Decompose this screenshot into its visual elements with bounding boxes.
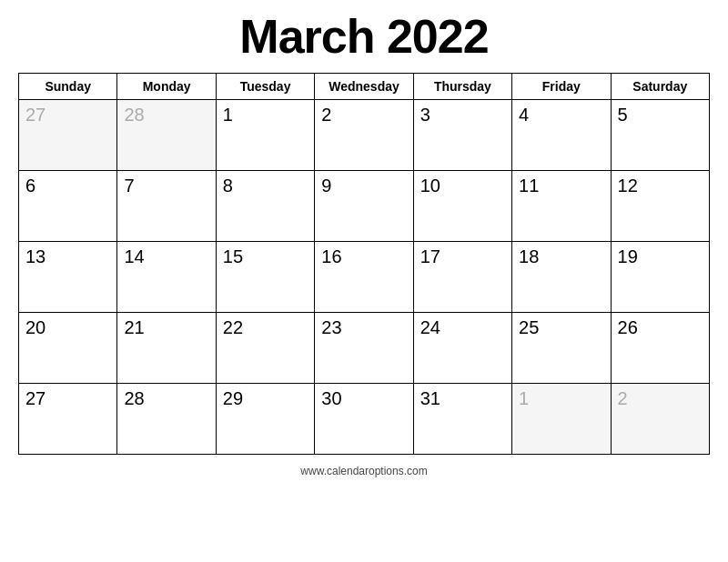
day-cell: 21 (117, 313, 216, 384)
header-row: SundayMondayTuesdayWednesdayThursdayFrid… (19, 74, 710, 100)
day-cell: 14 (117, 242, 216, 313)
footer: www.calendaroptions.com (300, 465, 427, 477)
day-cell: 11 (512, 171, 611, 242)
day-cell: 19 (611, 242, 709, 313)
day-cell: 8 (216, 171, 314, 242)
day-cell: 12 (611, 171, 709, 242)
day-cell: 24 (413, 313, 511, 384)
week-row-1: 6789101112 (19, 171, 710, 242)
calendar-table: SundayMondayTuesdayWednesdayThursdayFrid… (18, 73, 710, 455)
day-cell: 6 (19, 171, 117, 242)
day-cell: 29 (216, 384, 314, 455)
calendar-title: March 2022 (18, 9, 710, 64)
day-cell: 1 (512, 384, 611, 455)
day-cell: 13 (19, 242, 117, 313)
day-cell: 7 (117, 171, 216, 242)
col-header-thursday: Thursday (413, 74, 511, 100)
day-cell: 26 (611, 313, 709, 384)
week-row-2: 13141516171819 (19, 242, 710, 313)
col-header-saturday: Saturday (611, 74, 709, 100)
day-cell: 4 (512, 100, 611, 171)
day-cell: 20 (19, 313, 117, 384)
day-cell: 1 (216, 100, 314, 171)
week-row-0: 272812345 (19, 100, 710, 171)
day-cell: 28 (117, 100, 216, 171)
day-cell: 22 (216, 313, 314, 384)
col-header-sunday: Sunday (19, 74, 117, 100)
day-cell: 27 (19, 384, 117, 455)
day-cell: 18 (512, 242, 611, 313)
day-cell: 2 (611, 384, 709, 455)
col-header-friday: Friday (512, 74, 611, 100)
day-cell: 28 (117, 384, 216, 455)
calendar-body: 2728123456789101112131415161718192021222… (19, 100, 710, 455)
calendar-container: March 2022 SundayMondayTuesdayWednesdayT… (9, 0, 719, 459)
day-cell: 2 (315, 100, 413, 171)
day-cell: 15 (216, 242, 314, 313)
day-cell: 9 (315, 171, 413, 242)
day-cell: 16 (315, 242, 413, 313)
day-cell: 5 (611, 100, 709, 171)
day-cell: 17 (413, 242, 511, 313)
col-header-tuesday: Tuesday (216, 74, 314, 100)
day-cell: 30 (315, 384, 413, 455)
day-cell: 25 (512, 313, 611, 384)
col-header-wednesday: Wednesday (315, 74, 413, 100)
day-cell: 3 (413, 100, 511, 171)
day-cell: 27 (19, 100, 117, 171)
day-cell: 10 (413, 171, 511, 242)
col-header-monday: Monday (117, 74, 216, 100)
week-row-4: 272829303112 (19, 384, 710, 455)
day-cell: 23 (315, 313, 413, 384)
day-cell: 31 (413, 384, 511, 455)
week-row-3: 20212223242526 (19, 313, 710, 384)
